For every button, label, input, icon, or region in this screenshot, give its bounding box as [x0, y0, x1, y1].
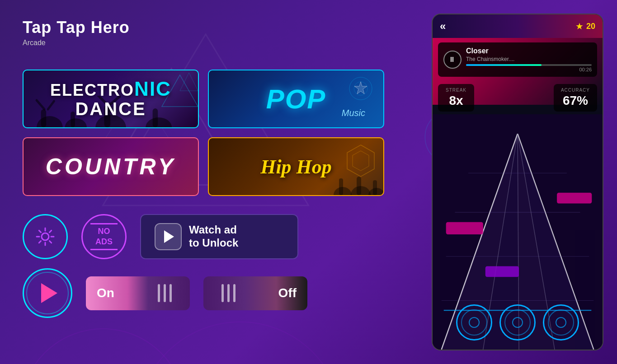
settings-button[interactable] — [23, 214, 68, 259]
star-score: ★ 20 — [575, 21, 595, 32]
svg-rect-58 — [485, 266, 519, 277]
svg-marker-26 — [353, 151, 369, 171]
svg-marker-21 — [180, 73, 198, 91]
song-details: Closer The Chainsmoker.... 00:26 — [466, 47, 592, 72]
svg-point-10 — [65, 118, 87, 127]
streak-value: 8x — [445, 93, 467, 108]
game-track — [433, 114, 603, 350]
pause-button[interactable]: ⏸ — [443, 51, 462, 69]
svg-rect-57 — [446, 222, 483, 234]
star-icon: ★ — [575, 21, 584, 32]
svg-rect-28 — [339, 178, 343, 195]
toggle-off-label: Off — [278, 286, 307, 300]
pop-label: POP — [266, 84, 326, 115]
tap-button-1[interactable] — [456, 304, 492, 341]
score-value: 20 — [586, 22, 595, 31]
tap-buttons — [433, 304, 603, 341]
genre-hiphop[interactable]: Hip Hop — [208, 137, 384, 196]
svg-rect-9 — [41, 109, 47, 127]
svg-line-41 — [39, 241, 41, 243]
back-button[interactable]: « — [440, 20, 446, 33]
genre-grid: ELECTRONIC DANCE POP Music COUNTRY — [23, 70, 384, 196]
watch-ad-button[interactable]: Watch ad to Unlock — [140, 214, 298, 259]
watch-ad-label: Watch ad to Unlock — [189, 224, 238, 250]
song-artist: The Chainsmoker.... — [466, 56, 592, 62]
play-button[interactable] — [23, 268, 72, 318]
svg-rect-59 — [557, 193, 592, 204]
toggle-on-label: On — [86, 286, 114, 300]
genre-edm[interactable]: ELECTRONIC DANCE — [23, 70, 199, 128]
genre-pop[interactable]: POP Music — [208, 70, 384, 128]
pause-icon: ⏸ — [448, 56, 457, 64]
no-ads-line2: ADS — [95, 237, 113, 246]
tap-button-3[interactable] — [543, 304, 579, 341]
accuracy-value: 67% — [561, 93, 590, 108]
game-panel: « ★ 20 ⏸ Closer The Chainsmoker.... 00:2… — [432, 14, 603, 350]
streak-box: STREAK 8x — [438, 84, 474, 112]
accuracy-label: ACCURACY — [561, 88, 590, 93]
svg-rect-32 — [373, 180, 377, 195]
app-subtitle: Arcade — [23, 39, 384, 47]
genre-country[interactable]: COUNTRY — [23, 137, 199, 196]
toggle-on[interactable]: On — [86, 276, 190, 310]
song-time: 00:26 — [466, 67, 592, 72]
svg-line-40 — [50, 230, 52, 232]
svg-line-16 — [37, 100, 44, 109]
video-play-icon — [155, 223, 182, 250]
no-ads-line1: NO — [98, 227, 110, 236]
accuracy-box: ACCURACY 67% — [554, 84, 597, 112]
svg-point-33 — [42, 233, 49, 240]
country-label: COUNTRY — [46, 154, 176, 180]
gear-icon — [34, 225, 57, 248]
tap-button-2[interactable] — [499, 304, 536, 341]
toggle-lines-off — [221, 284, 235, 302]
svg-line-39 — [50, 241, 52, 243]
svg-line-38 — [39, 230, 41, 232]
svg-rect-30 — [357, 177, 361, 195]
play-icon — [41, 283, 57, 303]
toggle-lines-on — [158, 284, 172, 302]
hiphop-label: Hip Hop — [260, 155, 332, 178]
toggle-off[interactable]: Off — [203, 276, 307, 310]
song-title: Closer — [466, 47, 592, 55]
streak-label: STREAK — [445, 88, 467, 93]
no-ads-button[interactable]: NO ADS — [81, 214, 127, 259]
progress-bar — [466, 64, 592, 66]
app-title: Tap Tap Hero — [23, 18, 384, 37]
